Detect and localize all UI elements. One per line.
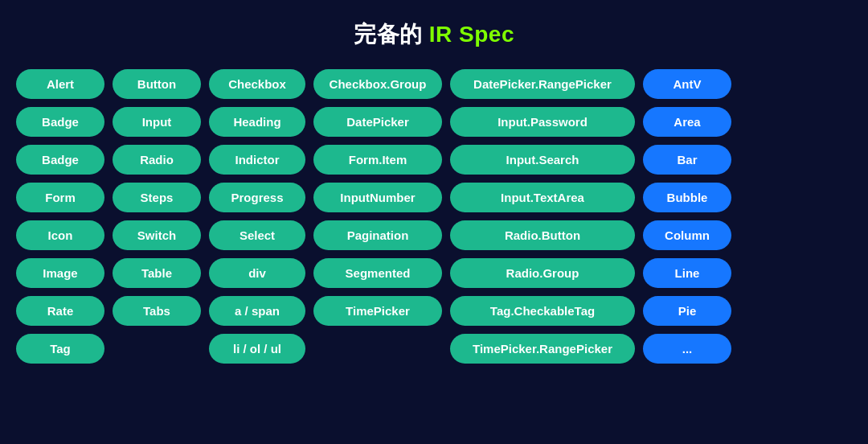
empty-cell-col2-row7 [113, 334, 201, 364]
tag-col3-row3[interactable]: Progress [209, 183, 305, 212]
tag-col4-row3[interactable]: InputNumber [313, 183, 442, 212]
tag-col6-row3[interactable]: Bubble [643, 183, 731, 212]
tag-col3-row6[interactable]: a / span [209, 296, 305, 326]
tag-col1-row0[interactable]: Alert [16, 69, 104, 99]
tag-col2-row0[interactable]: Button [113, 69, 201, 99]
tag-col5-row4[interactable]: Radio.Button [450, 220, 635, 250]
tag-col5-row5[interactable]: Radio.Group [450, 258, 635, 288]
tag-col1-row4[interactable]: Icon [16, 220, 104, 250]
tag-col2-row6[interactable]: Tabs [113, 296, 201, 326]
tag-col2-row1[interactable]: Input [113, 107, 201, 137]
tag-col2-row5[interactable]: Table [113, 258, 201, 288]
tag-col1-row1[interactable]: Badge [16, 107, 104, 137]
tag-col3-row7[interactable]: li / ol / ul [209, 334, 305, 364]
tag-col5-row6[interactable]: Tag.CheckableTag [450, 296, 635, 326]
tag-col5-row2[interactable]: Input.Search [450, 145, 635, 175]
tag-col3-row1[interactable]: Heading [209, 107, 305, 137]
tag-col2-row3[interactable]: Steps [113, 183, 201, 212]
tag-grid: AlertButtonCheckboxCheckbox.GroupDatePic… [16, 69, 852, 364]
tag-col3-row2[interactable]: Indictor [209, 145, 305, 175]
title-prefix: 完备的 [354, 22, 429, 47]
tag-col2-row2[interactable]: Radio [113, 145, 201, 175]
tag-col6-row5[interactable]: Line [643, 258, 731, 288]
tag-col5-row7[interactable]: TimePicker.RangePicker [450, 334, 635, 364]
tag-col3-row4[interactable]: Select [209, 220, 305, 250]
tag-col6-row2[interactable]: Bar [643, 145, 731, 175]
tag-col5-row3[interactable]: Input.TextArea [450, 183, 635, 212]
tag-col1-row2[interactable]: Badge [16, 145, 104, 175]
tag-col3-row0[interactable]: Checkbox [209, 69, 305, 99]
empty-cell-col4-row7 [313, 334, 442, 364]
tag-col3-row5[interactable]: div [209, 258, 305, 288]
tag-col2-row4[interactable]: Switch [113, 220, 201, 250]
tag-col4-row5[interactable]: Segmented [313, 258, 442, 288]
tag-col6-row6[interactable]: Pie [643, 296, 731, 326]
tag-col6-row4[interactable]: Column [643, 220, 731, 250]
tag-col6-row0[interactable]: AntV [643, 69, 731, 99]
tag-col1-row7[interactable]: Tag [16, 334, 104, 364]
tag-col4-row4[interactable]: Pagination [313, 220, 442, 250]
tag-col4-row1[interactable]: DatePicker [313, 107, 442, 137]
tag-col6-row7[interactable]: ... [643, 334, 731, 364]
tag-col1-row6[interactable]: Rate [16, 296, 104, 326]
tag-col6-row1[interactable]: Area [643, 107, 731, 137]
tag-col4-row0[interactable]: Checkbox.Group [313, 69, 442, 99]
tag-col4-row2[interactable]: Form.Item [313, 145, 442, 175]
tag-col5-row1[interactable]: Input.Password [450, 107, 635, 137]
tag-col1-row5[interactable]: Image [16, 258, 104, 288]
tag-col1-row3[interactable]: Form [16, 183, 104, 212]
page-title: 完备的 IR Spec [354, 19, 514, 50]
title-highlight: IR Spec [429, 22, 514, 47]
tag-col5-row0[interactable]: DatePicker.RangePicker [450, 69, 635, 99]
tag-col4-row6[interactable]: TimePicker [313, 296, 442, 326]
